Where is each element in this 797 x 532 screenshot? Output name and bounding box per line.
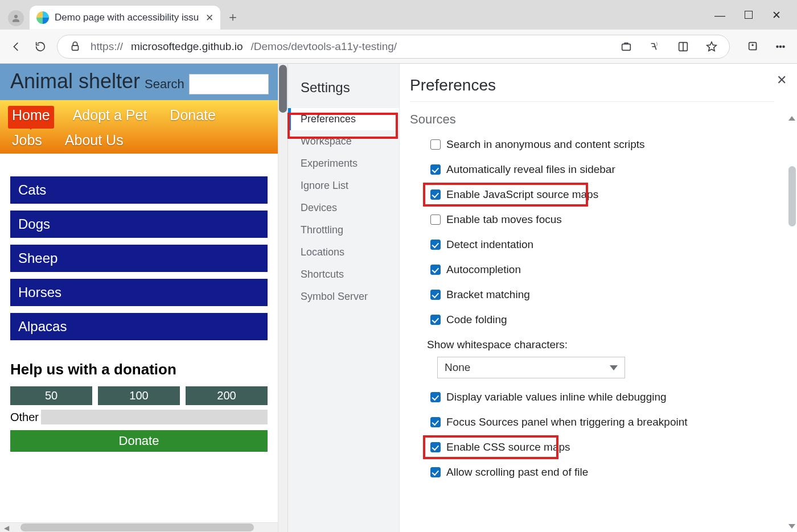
settings-title: Settings [301, 80, 399, 96]
category-sheep[interactable]: Sheep [10, 245, 268, 272]
nav-adopt-a-pet[interactable]: Adopt a Pet [69, 106, 151, 129]
donation-100[interactable]: 100 [98, 386, 180, 405]
url-path: /Demos/devtools-a11y-testing/ [250, 40, 397, 53]
settings-sidebar: Settings PreferencesWorkspaceExperiments… [288, 64, 400, 532]
back-button[interactable] [9, 39, 24, 54]
collections-icon[interactable] [746, 39, 761, 54]
checkbox-icon[interactable] [430, 290, 441, 300]
settings-cat-throttling[interactable]: Throttling [288, 219, 399, 241]
pref-option[interactable]: Enable tab moves focus [430, 213, 774, 226]
pref-label: Automatically reveal files in sidebar [446, 163, 615, 176]
checkbox-icon[interactable] [430, 417, 441, 427]
omnibox[interactable]: https://microsoftedge.github.io/Demos/de… [57, 35, 730, 59]
settings-cat-preferences[interactable]: Preferences [288, 108, 399, 130]
reader-icon[interactable] [676, 39, 691, 54]
tab-title: Demo page with accessibility issu [55, 12, 200, 23]
checkbox-icon[interactable] [430, 240, 441, 250]
content-area: Animal shelter Search HomeAdopt a PetDon… [0, 64, 797, 532]
checkbox-icon[interactable] [430, 139, 441, 150]
donation-200[interactable]: 200 [186, 386, 268, 405]
tab-close-icon[interactable]: ✕ [206, 13, 213, 23]
settings-cat-devices[interactable]: Devices [288, 197, 399, 219]
nav-about-us[interactable]: About Us [61, 131, 128, 154]
checkbox-icon[interactable] [430, 164, 441, 175]
whitespace-value: None [445, 361, 470, 374]
nav-donate[interactable]: Donate [166, 106, 220, 129]
pref-option[interactable]: Code folding [430, 314, 774, 326]
settings-close-button[interactable]: ✕ [777, 73, 787, 88]
checkbox-icon[interactable] [430, 392, 441, 402]
category-alpacas[interactable]: Alpacas [10, 313, 268, 340]
pref-label: Code folding [446, 314, 507, 326]
address-bar: https://microsoftedge.github.io/Demos/de… [0, 30, 797, 64]
category-cats[interactable]: Cats [10, 176, 268, 204]
pref-option[interactable]: Allow scrolling past end of file [430, 466, 774, 479]
url-host: microsoftedge.github.io [131, 40, 243, 53]
read-aloud-icon[interactable]: ) [647, 39, 662, 54]
svg-point-5 [777, 46, 778, 47]
svg-rect-1 [622, 44, 631, 50]
whitespace-select[interactable]: None [437, 357, 625, 378]
rendered-page: Animal shelter Search HomeAdopt a PetDon… [0, 64, 287, 532]
page-vertical-scrollbar[interactable] [278, 64, 287, 532]
settings-cat-locations[interactable]: Locations [288, 241, 399, 263]
pref-option[interactable]: Automatically reveal files in sidebar [430, 163, 774, 176]
settings-scrollbar[interactable] [787, 64, 797, 532]
pref-label: Display variable values inline while deb… [446, 391, 667, 403]
pref-option[interactable]: Focus Sources panel when triggering a br… [430, 416, 774, 428]
titlebar: Demo page with accessibility issu ✕ ＋ — … [0, 0, 797, 30]
search-input[interactable] [189, 74, 269, 94]
window-close-button[interactable]: ✕ [772, 10, 781, 20]
pref-option[interactable]: Bracket matching [430, 288, 774, 301]
category-dogs[interactable]: Dogs [10, 211, 268, 238]
checkbox-icon[interactable] [430, 189, 441, 200]
pref-option[interactable]: Search in anonymous and content scripts [430, 138, 774, 151]
settings-cat-symbol-server[interactable]: Symbol Server [288, 286, 399, 308]
page-header: Animal shelter Search [0, 64, 278, 100]
settings-cat-experiments[interactable]: Experiments [288, 152, 399, 175]
donation-amounts: 50100200 [0, 386, 278, 405]
nav-jobs[interactable]: Jobs [8, 131, 46, 154]
new-tab-button[interactable]: ＋ [220, 5, 245, 30]
pref-option[interactable]: Enable JavaScript source maps [430, 188, 774, 201]
pref-label: Focus Sources panel when triggering a br… [446, 416, 688, 428]
pref-option[interactable]: Display variable values inline while deb… [430, 391, 774, 403]
checkbox-icon[interactable] [430, 265, 441, 275]
donation-50[interactable]: 50 [10, 386, 92, 405]
settings-cat-shortcuts[interactable]: Shortcuts [288, 263, 399, 286]
minimize-button[interactable]: — [714, 10, 725, 20]
checkbox-icon[interactable] [430, 315, 441, 325]
devtools-panel: Settings PreferencesWorkspaceExperiments… [287, 64, 797, 532]
profile-avatar[interactable] [8, 10, 24, 26]
checkbox-icon[interactable] [430, 215, 441, 225]
checkbox-icon[interactable] [430, 442, 441, 452]
pref-label: Enable JavaScript source maps [446, 188, 598, 201]
maximize-button[interactable] [745, 11, 753, 19]
menu-button[interactable] [773, 39, 788, 54]
pref-option[interactable]: Detect indentation [430, 238, 774, 251]
settings-cat-workspace[interactable]: Workspace [288, 130, 399, 152]
pref-option[interactable]: Autocompletion [430, 263, 774, 276]
category-list: CatsDogsSheepHorsesAlpacas [0, 154, 278, 346]
shopping-icon[interactable] [619, 39, 634, 54]
checkbox-icon[interactable] [430, 467, 441, 477]
pref-label: Enable CSS source maps [446, 441, 570, 453]
settings-cat-ignore-list[interactable]: Ignore List [288, 175, 399, 197]
favorite-icon[interactable] [704, 39, 719, 54]
page-horizontal-scrollbar[interactable]: ◀ [0, 522, 278, 532]
browser-tab[interactable]: Demo page with accessibility issu ✕ [30, 6, 220, 30]
other-amount-input[interactable] [41, 410, 268, 424]
svg-text:): ) [656, 42, 658, 46]
nav-home[interactable]: Home [8, 106, 54, 129]
svg-point-6 [780, 46, 782, 47]
pref-option[interactable]: Enable CSS source maps [430, 441, 774, 453]
refresh-button[interactable] [33, 39, 48, 54]
url-prefix: https:// [91, 40, 123, 53]
donation-heading: Help us with a donation [10, 361, 268, 378]
pref-label: Allow scrolling past end of file [446, 466, 588, 479]
donate-button[interactable]: Donate [10, 430, 268, 452]
category-horses[interactable]: Horses [10, 279, 268, 306]
pref-label: Autocompletion [446, 263, 521, 276]
whitespace-label: Show whitespace characters: [427, 339, 774, 351]
pref-label: Search in anonymous and content scripts [446, 138, 645, 151]
